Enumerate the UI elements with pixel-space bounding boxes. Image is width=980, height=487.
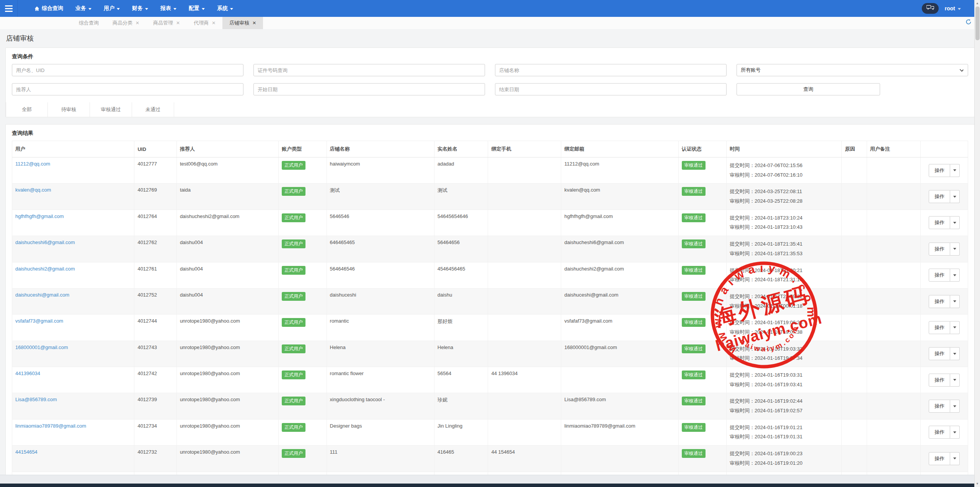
email-cell: Lisa@856789.com	[561, 393, 678, 419]
time-cell: 提交时间：2024-01-16T19:00:23 审核时间：2024-01-16…	[727, 446, 842, 472]
action-dropdown-button[interactable]	[950, 374, 960, 387]
close-icon[interactable]: ✕	[136, 20, 139, 26]
tab-agent[interactable]: 代理商✕	[187, 17, 222, 29]
action-dropdown-button[interactable]	[950, 243, 960, 256]
account-type-badge: 正式用户	[282, 292, 305, 301]
user-link[interactable]: Lisa@856789.com	[15, 397, 57, 402]
nav-item-system[interactable]: 系统	[211, 0, 239, 17]
shop-name-cell: 111	[327, 446, 434, 472]
action-button[interactable]: 操作	[929, 426, 950, 439]
filter-pending[interactable]: 待审核	[48, 102, 90, 117]
phone-cell	[488, 262, 561, 288]
remark-cell	[867, 367, 921, 393]
account-type-select[interactable]: 所有账号	[737, 64, 968, 76]
action-button[interactable]: 操作	[929, 190, 950, 203]
action-button[interactable]: 操作	[929, 452, 950, 465]
user-link[interactable]: daishuceshi@gmail.com	[15, 292, 69, 298]
start-date-input[interactable]	[253, 83, 485, 95]
user-link[interactable]: linmiaomiao789789@gmail.com	[15, 423, 86, 429]
action-button[interactable]: 操作	[929, 216, 950, 229]
user-link[interactable]: hgfhfhgfh@gmail.com	[15, 213, 64, 219]
user-link[interactable]: kvalen@qq.com	[15, 187, 51, 193]
end-date-input[interactable]	[495, 83, 727, 95]
action-button[interactable]: 操作	[929, 321, 950, 334]
user-link[interactable]: 11212@qq.com	[15, 161, 50, 167]
tab-product-management[interactable]: 商品管理✕	[146, 17, 187, 29]
action-button[interactable]: 操作	[929, 347, 950, 360]
action-dropdown-button[interactable]	[950, 190, 960, 203]
scroll-down-icon[interactable]: ▼	[975, 480, 980, 487]
user-link[interactable]: 441396034	[15, 371, 40, 376]
status-badge: 审核通过	[682, 344, 706, 353]
action-button[interactable]: 操作	[929, 295, 950, 308]
col-email: 绑定邮箱	[561, 141, 678, 157]
action-button[interactable]: 操作	[929, 374, 950, 387]
time-cell: 提交时间：2024-01-16T19:06:23 审核时间：2024-01-16…	[727, 315, 842, 341]
user-menu[interactable]: root	[945, 5, 961, 11]
referrer-cell: unrotope1980@yahoo.com	[176, 419, 278, 445]
phone-cell	[488, 210, 561, 236]
tab-shop-audit[interactable]: 店铺审核✕	[222, 17, 263, 29]
nav-item-config[interactable]: 配置	[183, 0, 211, 17]
nav-item-reports[interactable]: 报表	[154, 0, 183, 17]
status-badge: 审核通过	[682, 292, 706, 301]
filter-approved[interactable]: 审核通过	[90, 102, 132, 117]
messages-button[interactable]	[922, 3, 939, 14]
search-button[interactable]: 查询	[737, 83, 880, 95]
action-dropdown-button[interactable]	[950, 216, 960, 229]
idcard-input[interactable]	[253, 64, 485, 76]
action-button[interactable]: 操作	[929, 164, 950, 177]
scroll-up-icon[interactable]: ▲	[975, 0, 980, 7]
action-button[interactable]: 操作	[929, 400, 950, 413]
action-dropdown-button[interactable]	[950, 347, 960, 360]
filter-all[interactable]: 全部	[6, 102, 48, 117]
action-dropdown-button[interactable]	[950, 321, 960, 334]
top-navbar: 综合查询 业务 用户 财务 报表 配置 系统 root	[0, 0, 980, 17]
user-link[interactable]: 44154654	[15, 449, 38, 455]
status-filter-tabs: 全部 待审核 审核通过 未通过	[6, 102, 974, 117]
user-link[interactable]: daishucheshi2@gmail.com	[15, 266, 75, 272]
refresh-icon[interactable]	[965, 19, 972, 26]
status-badge: 审核通过	[682, 397, 706, 405]
account-type-badge: 正式用户	[282, 161, 305, 170]
action-dropdown-button[interactable]	[950, 164, 960, 177]
shop-name-cell: 564646546	[327, 262, 434, 288]
action-dropdown-button[interactable]	[950, 295, 960, 308]
menu-toggle-icon[interactable]	[0, 0, 18, 17]
nav-item-finance[interactable]: 财务	[126, 0, 154, 17]
scrollbar-thumb[interactable]	[975, 7, 980, 40]
action-button[interactable]: 操作	[929, 269, 950, 282]
user-link[interactable]: 168000001@gmail.com	[15, 344, 68, 350]
nav-item-dashboard[interactable]: 综合查询	[28, 0, 69, 17]
status-badge: 审核通过	[682, 266, 706, 275]
user-link[interactable]: daishucheshi6@gmail.com	[15, 239, 75, 245]
nav-item-business[interactable]: 业务	[69, 0, 98, 17]
action-button[interactable]: 操作	[929, 243, 950, 256]
tab-product-category[interactable]: 商品分类✕	[106, 17, 146, 29]
vertical-scrollbar[interactable]: ▲ ▼	[974, 0, 980, 487]
action-dropdown-button[interactable]	[950, 452, 960, 465]
filter-rejected[interactable]: 未通过	[132, 102, 174, 117]
action-dropdown-button[interactable]	[950, 269, 960, 282]
table-row: 168000001@gmail.com 4012743 unrotope1980…	[12, 341, 968, 367]
user-link[interactable]: vsfafaf73@gmail.com	[15, 318, 63, 324]
referrer-input[interactable]	[12, 83, 243, 95]
close-icon[interactable]: ✕	[252, 20, 256, 26]
col-real-name: 实名姓名	[434, 141, 488, 157]
account-type-badge: 正式用户	[282, 266, 305, 275]
shop-name-cell: romantic flower	[327, 367, 434, 393]
tab-overview[interactable]: 综合查询	[72, 17, 106, 29]
username-label: root	[945, 5, 955, 11]
action-dropdown-button[interactable]	[950, 400, 960, 413]
close-icon[interactable]: ✕	[176, 20, 180, 26]
referrer-cell: unrotope1980@yahoo.com	[176, 393, 278, 419]
close-icon[interactable]: ✕	[212, 20, 216, 26]
username-uid-input[interactable]	[12, 64, 243, 76]
shop-name-input[interactable]	[495, 64, 727, 76]
reason-cell	[842, 393, 867, 419]
nav-item-users[interactable]: 用户	[98, 0, 126, 17]
action-dropdown-button[interactable]	[950, 426, 960, 439]
chevron-down-icon	[953, 457, 956, 459]
email-cell: kvalen@qq.com	[561, 184, 678, 210]
chat-bubbles-icon	[926, 5, 934, 12]
